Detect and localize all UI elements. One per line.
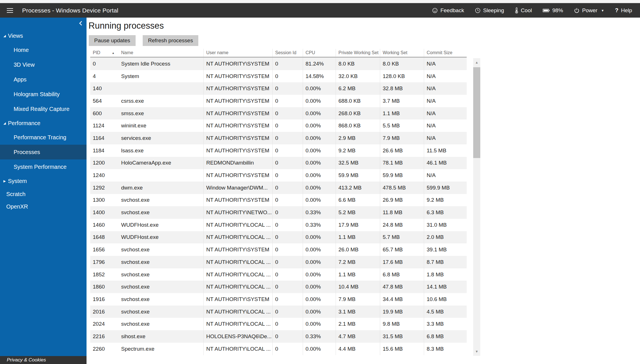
table-row-pid-2216[interactable]: 2216sihost.exeHOLOLENS-P3NAQ6\De...00.33… (90, 330, 467, 343)
sidebar-item-system[interactable]: ▶System (0, 174, 87, 188)
table-row-pid-1460[interactable]: 1460WUDFHost.exeNT AUTHORITY\LOCAL ...00… (90, 219, 467, 231)
cell-private-working-set: 1.1 MB (336, 231, 380, 244)
table-row-pid-1184[interactable]: 1184lsass.exeNT AUTHORITY\SYSTEM00.00%9.… (90, 144, 467, 157)
cell-private-working-set: 6.6 MB (336, 194, 380, 207)
column-header-working-set[interactable]: Working Set (380, 49, 424, 57)
column-header-user-name[interactable]: User name (204, 49, 273, 57)
battery-icon (543, 9, 550, 12)
cell-name: Spectrum.exe (119, 343, 204, 355)
table-row-pid-1860[interactable]: 1860svchost.exeNT AUTHORITY\LOCAL ...00.… (90, 281, 467, 293)
processes-table: PID▲NameUser nameSession IdCPUPrivate Wo… (90, 49, 480, 355)
cell-cpu: 0.00% (303, 95, 336, 107)
sidebar-item-hologram-stability[interactable]: Hologram Stability (0, 87, 87, 102)
collapsed-triangle-icon: ▶ (3, 179, 8, 183)
page-title: Running processes (89, 21, 164, 31)
cell-cpu: 0.00% (303, 169, 336, 182)
help-button[interactable]: ? Help (615, 7, 632, 14)
table-row-pid-4[interactable]: 4SystemNT AUTHORITY\SYSTEM014.58%32.0 KB… (90, 70, 467, 83)
refresh-processes-button[interactable]: Refresh processes (143, 35, 198, 46)
sidebar-item-openxr[interactable]: OpenXR (0, 200, 87, 213)
sidebar-item-system-performance[interactable]: System Performance (0, 159, 87, 174)
column-header-session-id[interactable]: Session Id (273, 49, 303, 57)
cell-commit-size: 2.0 MB (424, 231, 467, 244)
cell-commit-size: N/A (424, 132, 467, 144)
toolbar: Pause updates Refresh processes (89, 35, 198, 46)
table-row-pid-2016[interactable]: 2016svchost.exeNT AUTHORITY\LOCAL ...00.… (90, 306, 467, 318)
table-row-pid-2260[interactable]: 2260Spectrum.exeNT AUTHORITY\LOCAL ...00… (90, 343, 467, 355)
cell-private-working-set: 6.2 MB (336, 82, 380, 95)
table-row-pid-1648[interactable]: 1648WUDFHost.exeNT AUTHORITY\LOCAL ...00… (90, 231, 467, 244)
scrollbar-thumb[interactable] (473, 67, 480, 158)
cell-working-set: 78.1 MB (380, 157, 424, 169)
table-row-pid-140[interactable]: 140NT AUTHORITY\SYSTEM00.00%6.2 MB32.8 M… (90, 82, 467, 95)
cell-session-id: 0 (273, 256, 303, 268)
sidebar-item-performance-tracing[interactable]: Performance Tracing (0, 130, 87, 145)
table-row-pid-1852[interactable]: 1852svchost.exeNT AUTHORITY\LOCAL ...00.… (90, 268, 467, 281)
sidebar-item-home[interactable]: Home (0, 43, 87, 57)
vertical-scrollbar[interactable]: ▲ ▼ (473, 58, 480, 356)
privacy-cookies-link[interactable]: Privacy & Cookies (0, 356, 87, 364)
cell-name: svchost.exe (119, 318, 204, 330)
table-row-pid-1400[interactable]: 1400svchost.exeNT AUTHORITY\NETWO...00.3… (90, 206, 467, 219)
cell-commit-size: N/A (424, 119, 467, 132)
sidebar-item-views[interactable]: ◢Views (0, 29, 87, 43)
cell-user-name: NT AUTHORITY\SYSTEM (204, 243, 273, 256)
table-row-pid-600[interactable]: 600smss.exeNT AUTHORITY\SYSTEM00.00%268.… (90, 107, 467, 120)
table-row-pid-1292[interactable]: 1292dwm.exeWindow Manager\DWM...00.00%41… (90, 182, 467, 194)
power-icon (574, 8, 580, 13)
cell-cpu: 0.00% (303, 157, 336, 169)
cell-commit-size: N/A (424, 95, 467, 107)
sidebar-item-scratch[interactable]: Scratch (0, 188, 87, 200)
cell-cpu: 0.33% (303, 206, 336, 219)
cell-working-set: 47.8 MB (380, 281, 424, 293)
scroll-up-arrow-icon[interactable]: ▲ (473, 58, 480, 67)
topbar-actions: Feedback Sleeping (432, 7, 632, 14)
power-menu-button[interactable]: Power ▼ (574, 7, 604, 14)
column-header-name[interactable]: Name (119, 49, 204, 57)
battery-status[interactable]: 98% (543, 7, 563, 14)
cell-private-working-set: 9.2 MB (336, 144, 380, 157)
cell-user-name: NT AUTHORITY\SYSTEM (204, 119, 273, 132)
sidebar-item-label: Performance Tracing (14, 134, 66, 141)
hamburger-menu-icon[interactable] (6, 7, 14, 14)
cell-name: smss.exe (119, 107, 204, 120)
table-row-pid-0[interactable]: 0System Idle ProcessNT AUTHORITY\SYSTEM0… (90, 58, 467, 70)
cell-name (119, 169, 204, 182)
table-row-pid-1916[interactable]: 1916svchost.exeNT AUTHORITY\SYSTEM00.00%… (90, 293, 467, 306)
sidebar-item-processes[interactable]: Processes (0, 145, 87, 159)
table-row-pid-564[interactable]: 564csrss.exeNT AUTHORITY\SYSTEM00.00%688… (90, 95, 467, 107)
cell-user-name: NT AUTHORITY\SYSTEM (204, 132, 273, 144)
cell-working-set: 7.9 MB (380, 132, 424, 144)
scroll-down-arrow-icon[interactable]: ▼ (473, 347, 480, 356)
cell-working-set: 6.8 MB (380, 268, 424, 281)
table-row-pid-1300[interactable]: 1300svchost.exeNT AUTHORITY\SYSTEM00.00%… (90, 194, 467, 207)
column-header-cpu[interactable]: CPU (303, 49, 336, 57)
sidebar-item-mixed-reality-capture[interactable]: Mixed Reality Capture (0, 102, 87, 116)
column-header-pid[interactable]: PID▲ (90, 49, 119, 57)
table-row-pid-1240[interactable]: 1240NT AUTHORITY\SYSTEM00.00%59.9 MB59.9… (90, 169, 467, 182)
chevron-down-icon: ▼ (601, 9, 604, 12)
table-row-pid-1124[interactable]: 1124wininit.exeNT AUTHORITY\SYSTEM00.00%… (90, 119, 467, 132)
sidebar-item-performance[interactable]: ◢Performance (0, 116, 87, 130)
sidebar-item-apps[interactable]: Apps (0, 72, 87, 87)
table-row-pid-1656[interactable]: 1656svchost.exeNT AUTHORITY\SYSTEM00.00%… (90, 243, 467, 256)
cell-session-id: 0 (273, 306, 303, 318)
cell-private-working-set: 413.2 MB (336, 182, 380, 194)
cell-session-id: 0 (273, 206, 303, 219)
column-header-private-working-set[interactable]: Private Working Set (336, 49, 380, 57)
column-header-label: Name (121, 50, 133, 55)
sidebar-item-3d-view[interactable]: 3D View (0, 57, 87, 72)
feedback-button[interactable]: Feedback (432, 7, 464, 14)
column-header-commit-size[interactable]: Commit Size (424, 49, 467, 57)
table-row-pid-1796[interactable]: 1796svchost.exeNT AUTHORITY\LOCAL ...00.… (90, 256, 467, 268)
table-row-pid-1200[interactable]: 1200HoloCameraApp.exeREDMOND\ambillin00.… (90, 157, 467, 169)
top-bar: Processes - Windows Device Portal Feedba… (0, 3, 640, 18)
column-header-label: Commit Size (427, 50, 452, 55)
table-row-pid-2024[interactable]: 2024svchost.exeNT AUTHORITY\LOCAL ...00.… (90, 318, 467, 330)
pause-updates-button[interactable]: Pause updates (89, 35, 136, 46)
cell-pid: 1124 (90, 119, 119, 132)
thermal-status-button[interactable]: Cool (515, 7, 532, 14)
sleeping-status-button[interactable]: Sleeping (475, 7, 504, 14)
chevron-left-icon[interactable] (79, 21, 83, 26)
table-row-pid-1164[interactable]: 1164services.exeNT AUTHORITY\SYSTEM00.00… (90, 132, 467, 144)
